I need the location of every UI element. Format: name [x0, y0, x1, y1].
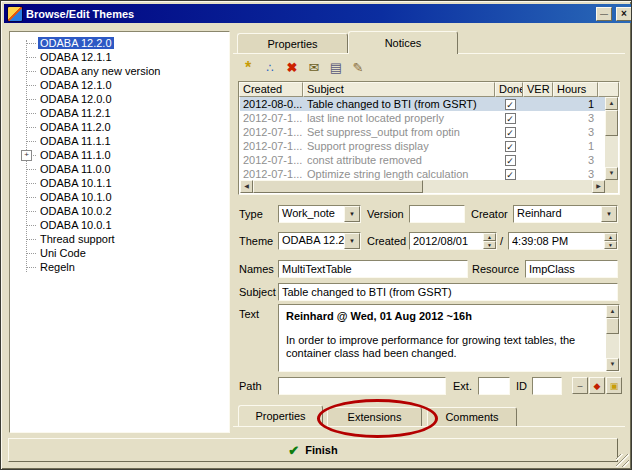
window: Browse/Edit Themes — × ODABA 12.2.0 ODAB…: [0, 0, 632, 470]
dropdown-icon[interactable]: ▼: [601, 206, 617, 222]
text-note-area[interactable]: Reinhard @ Wed, 01 Aug 2012 ~16h In orde…: [278, 304, 620, 372]
cell-ver: [524, 167, 554, 180]
cell-ver: [524, 125, 554, 139]
dropdown-icon[interactable]: ▼: [344, 233, 360, 249]
tree-item-label: ODABA 11.2.0: [38, 121, 113, 133]
path-mark-button[interactable]: ◆: [589, 377, 605, 394]
creator-select[interactable]: Reinhard ▼: [513, 205, 618, 223]
dropdown-icon[interactable]: ▼: [344, 206, 360, 222]
scroll-thumb[interactable]: [253, 180, 423, 193]
scroll-down-icon[interactable]: ▼: [605, 167, 618, 180]
tree-item[interactable]: ODABA 12.0.0: [10, 92, 229, 106]
table-row[interactable]: 2012-07-1... last line not located prope…: [240, 111, 605, 125]
spin-down-icon[interactable]: ▼: [604, 241, 617, 249]
id-input[interactable]: [532, 377, 562, 395]
tree-item[interactable]: ODABA 10.1.1: [10, 176, 229, 190]
scroll-down-icon[interactable]: ▼: [606, 358, 619, 371]
table-row[interactable]: 2012-07-1... Optimize string length calc…: [240, 167, 605, 180]
path-browse-button[interactable]: ▣: [606, 377, 622, 394]
done-checkbox[interactable]: ✓: [505, 169, 516, 180]
close-button[interactable]: ×: [616, 7, 632, 21]
text-label: Text: [239, 308, 259, 320]
tree-item[interactable]: ODABA 12.1.0: [10, 78, 229, 92]
created-date-value[interactable]: [410, 233, 483, 249]
spin-up-icon[interactable]: ▲: [604, 233, 617, 241]
tree-item[interactable]: ODABA 12.1.1: [10, 50, 229, 64]
resize-grip[interactable]: [616, 454, 629, 467]
done-checkbox[interactable]: ✓: [505, 127, 516, 138]
tree-item[interactable]: ODABA 10.1.0: [10, 190, 229, 204]
done-checkbox[interactable]: ✓: [505, 113, 516, 124]
tree-item[interactable]: Regeln: [10, 260, 229, 274]
minimize-button[interactable]: —: [596, 7, 612, 21]
tree-item[interactable]: ODABA 11.1.1: [10, 134, 229, 148]
cell-created: 2012-07-1...: [240, 111, 304, 125]
finish-button[interactable]: ✔ Finish: [8, 438, 618, 462]
path-mark-icon: ◆: [594, 381, 601, 391]
titlebar[interactable]: Browse/Edit Themes — ×: [4, 4, 632, 23]
tab-comments[interactable]: Comments: [427, 407, 517, 426]
tree-item-label: Thread support: [38, 233, 117, 245]
delete-note-button[interactable]: ✖: [282, 58, 302, 77]
scroll-up-icon[interactable]: ▲: [605, 97, 618, 110]
created-date-input[interactable]: ▲ ▼: [409, 232, 497, 250]
tab-extensions[interactable]: Extensions: [327, 407, 422, 426]
new-note-button[interactable]: *: [238, 58, 258, 77]
cell-ver: [524, 97, 554, 111]
column-header-done[interactable]: Done: [495, 82, 523, 97]
tree-item[interactable]: ODABA 11.2.1: [10, 106, 229, 120]
tree-item[interactable]: ODABA 10.0.2: [10, 204, 229, 218]
scroll-thumb[interactable]: [605, 110, 618, 136]
table-row[interactable]: 2012-07-1... Support progress display ✓ …: [240, 139, 605, 153]
table-vertical-scrollbar[interactable]: ▲ ▼: [605, 97, 618, 180]
resource-input[interactable]: [525, 260, 618, 278]
tab-properties-bottom[interactable]: Properties: [238, 405, 323, 426]
tree-item[interactable]: ODABA 11.0.0: [10, 162, 229, 176]
scroll-thumb[interactable]: [606, 318, 619, 334]
version-input[interactable]: [409, 205, 465, 223]
mail-button[interactable]: ✉: [304, 58, 324, 77]
names-input[interactable]: [278, 260, 468, 278]
path-input[interactable]: [278, 377, 446, 395]
tree-item-label: ODABA 12.0.0: [38, 93, 114, 105]
ext-input[interactable]: [478, 377, 510, 395]
scroll-right-icon[interactable]: ▶: [592, 180, 605, 193]
type-select[interactable]: Work_note ▼: [278, 205, 361, 223]
column-header-subject[interactable]: Subject: [303, 82, 495, 97]
done-checkbox[interactable]: ✓: [505, 141, 516, 152]
created-time-value[interactable]: [509, 233, 604, 249]
done-checkbox[interactable]: ✓: [505, 99, 516, 110]
column-header-ver[interactable]: VER: [523, 82, 553, 97]
tree-item[interactable]: ODABA 12.2.0: [10, 36, 229, 50]
column-header-created[interactable]: Created: [239, 82, 303, 97]
report-button[interactable]: ▤: [326, 58, 346, 77]
path-menu-button[interactable]: –: [572, 377, 588, 394]
text-scrollbar[interactable]: ▲ ▼: [606, 305, 619, 371]
tree-item[interactable]: Thread support: [10, 232, 229, 246]
link-notes-button[interactable]: ∴: [260, 58, 280, 77]
tree-item[interactable]: ODABA 11.2.0: [10, 120, 229, 134]
scroll-left-icon[interactable]: ◀: [240, 180, 253, 193]
table-row[interactable]: 2012-07-1... Set suppress_output from op…: [240, 125, 605, 139]
theme-select[interactable]: ODABA 12.2.0 ▼: [278, 232, 361, 250]
edit-note-button[interactable]: ✎: [348, 58, 368, 77]
tab-label: Properties: [267, 38, 317, 50]
tree-item[interactable]: ODABA any new version: [10, 64, 229, 78]
done-checkbox[interactable]: ✓: [505, 155, 516, 166]
created-time-input[interactable]: ▲ ▼: [508, 232, 618, 250]
spin-up-icon[interactable]: ▲: [483, 233, 496, 241]
tree-item[interactable]: ODABA 10.0.1: [10, 218, 229, 232]
subject-input[interactable]: [278, 283, 618, 301]
app-icon: [7, 6, 23, 22]
expand-plus-icon[interactable]: +: [21, 150, 32, 161]
table-row[interactable]: 2012-07-1... const attribute removed ✓ 3: [240, 153, 605, 167]
table-row[interactable]: 2012-08-0... Table changed to BTI (from …: [240, 97, 605, 111]
tree-item[interactable]: +ODABA 11.1.0: [10, 148, 229, 162]
column-header-hours[interactable]: Hours: [553, 82, 598, 97]
tab-notices[interactable]: Notices: [348, 31, 458, 54]
tree-item[interactable]: Uni Code: [10, 246, 229, 260]
spin-down-icon[interactable]: ▼: [483, 241, 496, 249]
tab-properties-top[interactable]: Properties: [237, 33, 348, 54]
table-horizontal-scrollbar[interactable]: ◀ ▶: [240, 180, 605, 193]
scroll-up-icon[interactable]: ▲: [606, 305, 619, 318]
